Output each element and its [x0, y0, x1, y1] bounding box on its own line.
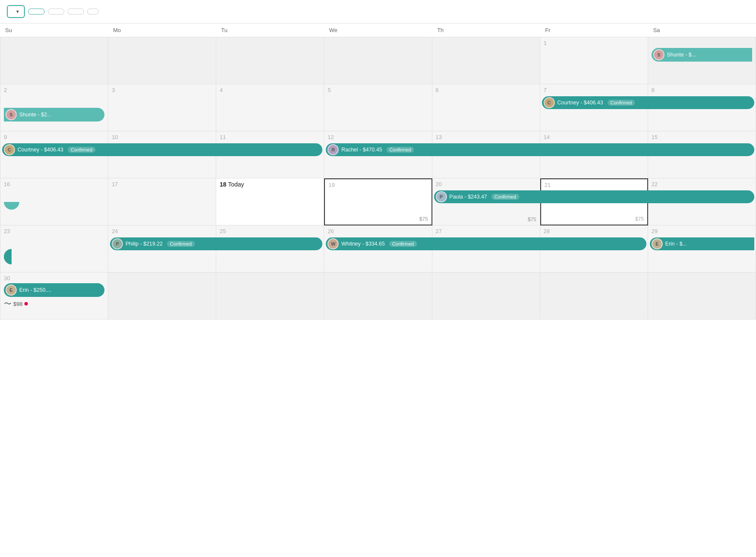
day-number: 5 — [327, 87, 428, 93]
cal-cell[interactable]: 18 Today — [216, 178, 324, 225]
cal-cell[interactable]: 29 — [648, 225, 756, 273]
day-number: 21 — [545, 182, 644, 188]
day-number: 16 — [4, 181, 104, 187]
cal-cell[interactable]: 16 — [0, 178, 108, 225]
cal-cell[interactable]: 30 E Erin - $250.... 〜 $98 — [0, 273, 108, 320]
cal-cell[interactable]: 5 — [324, 84, 432, 131]
day-number: 29 — [652, 228, 752, 234]
cal-cell[interactable]: 2 S Shunte - $2... — [0, 84, 108, 131]
cal-cell[interactable] — [432, 37, 540, 84]
cal-cell[interactable]: 4 — [216, 84, 324, 131]
cal-cell[interactable]: 7 — [540, 84, 648, 131]
event-bar[interactable]: E Erin - $250.... — [4, 283, 104, 297]
half-circle-bottom — [4, 202, 19, 210]
cal-cell[interactable]: 9 — [0, 131, 108, 178]
help-button[interactable] — [87, 9, 98, 15]
day-number: 13 — [436, 134, 536, 140]
cal-cell[interactable]: 20$75$75 — [432, 178, 540, 225]
day-number: 8 — [652, 87, 752, 93]
cal-cell[interactable]: 26 — [324, 225, 432, 273]
day-number: 6 — [436, 87, 536, 93]
day-number: 26 — [327, 228, 428, 234]
event-label: Shunte - $2... — [19, 112, 51, 118]
cal-cell[interactable] — [432, 273, 540, 320]
day-number: 9 — [4, 134, 104, 140]
cal-cell[interactable] — [108, 273, 216, 320]
cal-cell[interactable]: 27 — [432, 225, 540, 273]
cal-cell[interactable]: 25 — [216, 225, 324, 273]
week-row: 1617 18 Today 19$75$7520$75$7521$7522 P … — [0, 178, 756, 225]
day-number: 24 — [112, 228, 212, 234]
cal-cell[interactable] — [216, 273, 324, 320]
day-number: 3 — [112, 87, 212, 93]
cal-cell[interactable] — [324, 37, 432, 84]
event-label: Shunte - $... — [667, 52, 696, 58]
day-number: 22 — [652, 181, 752, 187]
cal-cell[interactable]: 24 — [108, 225, 216, 273]
week-row: 30 E Erin - $250.... 〜 $98 — [0, 273, 756, 320]
day-number: 7 — [544, 87, 644, 93]
day-number: 2 — [4, 87, 104, 93]
day-number — [544, 275, 644, 281]
cal-cell[interactable]: 10 — [108, 131, 216, 178]
event-bar[interactable]: S Shunte - $2... — [4, 108, 104, 121]
month-view-button[interactable] — [28, 9, 45, 15]
day-header-sa: Sa — [648, 24, 756, 37]
calendar-body: 1 S Shunte - $... 2 S Shunte - $2... 345… — [0, 37, 756, 320]
cal-cell[interactable]: 6 — [432, 84, 540, 131]
week-row: 2 S Shunte - $2... 345678 C Courtney - $… — [0, 84, 756, 131]
cal-cell[interactable]: 14 — [540, 131, 648, 178]
day-header-tu: Tu — [216, 24, 324, 37]
day-header-su: Su — [0, 24, 108, 37]
trend-row: 〜 $98 — [4, 299, 104, 309]
cal-cell[interactable]: 22 — [648, 178, 756, 225]
cal-cell[interactable]: 13 — [432, 131, 540, 178]
cal-cell[interactable]: 17 — [108, 178, 216, 225]
price-label: $75 — [635, 216, 644, 222]
cal-cell[interactable] — [108, 37, 216, 84]
cal-cell[interactable]: 23 — [0, 225, 108, 273]
event-bar[interactable]: S Shunte - $... — [652, 48, 752, 62]
day-number: 28 — [544, 228, 644, 234]
cal-cell[interactable] — [540, 273, 648, 320]
day-number: 18 Today — [220, 181, 320, 188]
cal-cell[interactable]: S Shunte - $... — [648, 37, 756, 84]
year-view-button[interactable] — [48, 9, 64, 15]
day-number: 25 — [220, 228, 320, 234]
cal-cell[interactable]: 15 — [648, 131, 756, 178]
day-number: 19 — [328, 182, 428, 188]
month-selector[interactable]: ▾ — [7, 5, 25, 18]
event-label: Erin - $250.... — [19, 287, 51, 293]
day-number — [112, 275, 212, 281]
cal-cell[interactable]: 1 — [540, 37, 648, 84]
today-button[interactable] — [68, 9, 84, 15]
day-number — [652, 275, 752, 281]
day-number — [220, 40, 320, 46]
cal-cell[interactable]: 12 — [324, 131, 432, 178]
day-number — [436, 275, 536, 281]
day-number: 1 — [544, 40, 644, 46]
cal-cell[interactable]: 21$75 — [540, 178, 648, 225]
cal-cell[interactable]: 3 — [108, 84, 216, 131]
cal-cell[interactable]: 28 — [540, 225, 648, 273]
cal-cell[interactable] — [216, 37, 324, 84]
cal-cell[interactable] — [648, 273, 756, 320]
day-number: 17 — [112, 181, 212, 187]
day-number: 11 — [220, 134, 320, 140]
day-number: 4 — [220, 87, 320, 93]
avatar: E — [6, 284, 17, 296]
week-row: 23242526272829 P Philip - $219.22 Confir… — [0, 225, 756, 273]
cal-cell[interactable]: 11 — [216, 131, 324, 178]
day-header-mo: Mo — [108, 24, 216, 37]
trend-price: $98 — [13, 301, 23, 307]
cal-cell[interactable] — [324, 273, 432, 320]
day-number — [652, 40, 752, 46]
cal-cell[interactable]: 8 — [648, 84, 756, 131]
day-headers: Su Mo Tu We Th Fr Sa — [0, 24, 756, 37]
day-number: 10 — [112, 134, 212, 140]
day-number: 20 — [436, 181, 536, 187]
cal-cell[interactable] — [0, 37, 108, 84]
day-number — [112, 40, 212, 46]
price-label: $75 — [528, 216, 536, 222]
cal-cell[interactable]: 19$75$75 — [324, 178, 432, 225]
